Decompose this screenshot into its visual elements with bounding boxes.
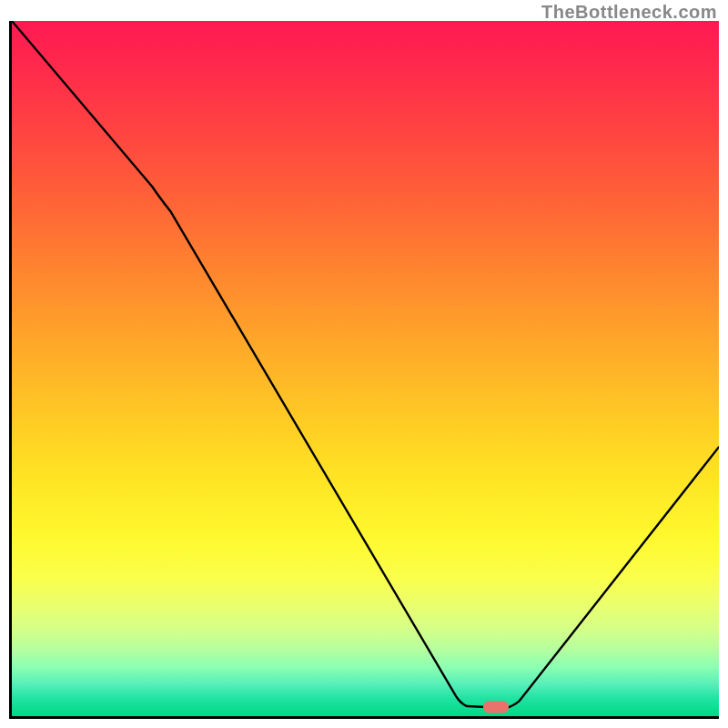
optimum-marker <box>483 702 509 713</box>
chart-plot-area <box>9 21 719 719</box>
bottleneck-curve <box>12 21 719 716</box>
attribution-text: TheBottleneck.com <box>541 2 717 23</box>
